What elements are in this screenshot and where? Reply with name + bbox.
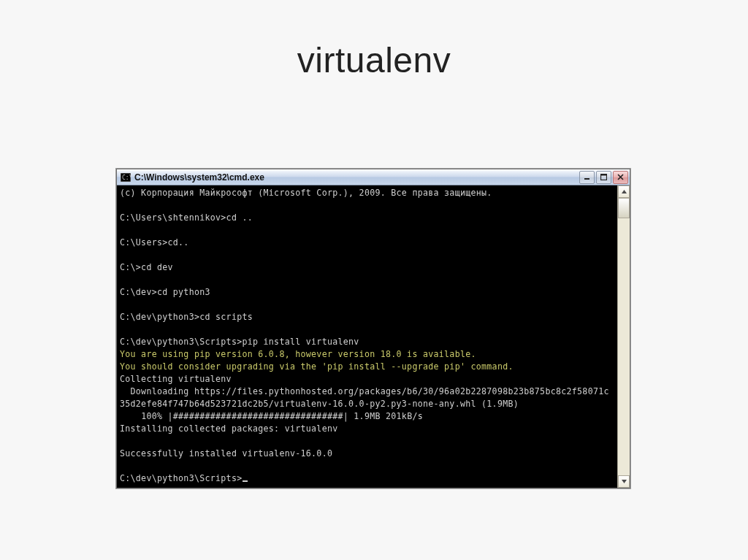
scroll-thumb[interactable]: [618, 198, 630, 218]
scroll-up-button[interactable]: [618, 185, 630, 198]
prompt-line: C:\Users\shtennikov>cd ..: [120, 212, 253, 223]
scroll-track[interactable]: [618, 198, 630, 475]
terminal-output[interactable]: (c) Корпорация Майкрософт (Microsoft Cor…: [117, 185, 617, 488]
window-control-buttons: [579, 169, 630, 185]
vertical-scrollbar[interactable]: [617, 185, 630, 488]
minimize-button[interactable]: [579, 171, 595, 184]
svg-rect-2: [584, 178, 589, 180]
close-button[interactable]: [613, 171, 628, 184]
maximize-button[interactable]: [596, 171, 611, 184]
prompt-line: C:\dev\python3>cd scripts: [120, 312, 253, 322]
svg-text:C:\: C:\: [122, 174, 131, 181]
final-prompt: C:\dev\python3\Scripts>: [120, 473, 242, 483]
prompt-line: C:\dev\python3\Scripts>pip install virtu…: [120, 337, 359, 347]
installing-line: Installing collected packages: virtualen…: [120, 423, 337, 434]
prompt-line: C:\Users>cd..: [120, 237, 189, 248]
success-line: Successfully installed virtualenv-16.0.0: [120, 448, 332, 459]
progress-line: 100% |################################| …: [120, 411, 423, 421]
terminal-area: (c) Корпорация Майкрософт (Microsoft Cor…: [117, 185, 630, 488]
titlebar[interactable]: C:\ C:\Windows\system32\cmd.exe: [117, 169, 630, 185]
slide: virtualenv C:\ C:\Windows\system32\cmd.e…: [0, 0, 748, 560]
cmd-icon: C:\: [120, 172, 131, 183]
prompt-line: C:\>cd dev: [120, 262, 173, 272]
collecting-line: Collecting virtualenv: [120, 374, 232, 384]
prompt-line: C:\dev>cd python3: [120, 287, 210, 297]
cmd-window: C:\ C:\Windows\system32\cmd.exe (c) Корп…: [116, 169, 630, 488]
svg-rect-4: [601, 174, 607, 176]
pip-warning-line: You should consider upgrading via the 'p…: [120, 361, 514, 372]
pip-warning-line: You are using pip version 6.0.8, however…: [120, 349, 476, 359]
scroll-down-button[interactable]: [618, 475, 630, 488]
window-title: C:\Windows\system32\cmd.exe: [134, 172, 264, 183]
copyright-line: (c) Корпорация Майкрософт (Microsoft Cor…: [120, 188, 492, 198]
cursor: [243, 480, 248, 482]
slide-title: virtualenv: [0, 0, 748, 80]
downloading-line: Downloading https://files.pythonhosted.o…: [120, 386, 609, 409]
